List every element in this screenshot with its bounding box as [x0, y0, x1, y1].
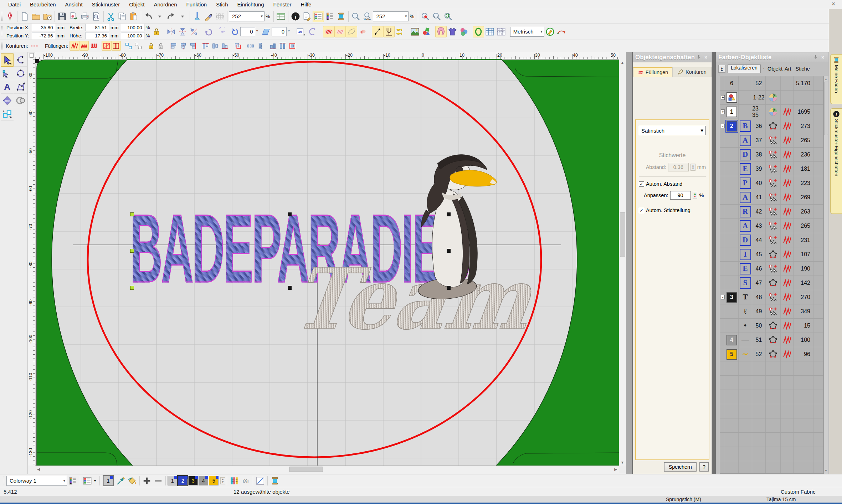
rotate-angle-field[interactable]: 0 [240, 27, 255, 36]
selection-handle[interactable] [130, 249, 134, 253]
print-button[interactable] [79, 11, 91, 22]
colorway-select[interactable]: Colorway 1▾ [6, 476, 67, 486]
auto-abstand-checkbox[interactable]: ✓ [639, 181, 644, 187]
vscrollbar-thumb[interactable] [620, 212, 625, 257]
align-top-button[interactable] [201, 41, 210, 51]
align-middle-button[interactable] [210, 41, 220, 51]
app-logo-icon[interactable] [4, 11, 16, 22]
width-field[interactable]: 81.51 [86, 24, 109, 31]
align-bottom-button[interactable] [220, 41, 230, 51]
remove-color-button[interactable] [153, 475, 164, 487]
selected-object-glyph[interactable]: D [740, 235, 751, 246]
color-blend-button[interactable] [458, 26, 469, 37]
motif-run-button[interactable] [395, 26, 406, 37]
collapse-icon[interactable]: - [721, 295, 725, 299]
toolbar-drag-handle[interactable] [1, 42, 3, 50]
apply-color-button[interactable] [127, 475, 138, 487]
object-glyph[interactable]: — [741, 335, 749, 344]
insert-picture-button[interactable] [409, 26, 421, 37]
object-row-23-35[interactable]: +123-351695 [720, 105, 823, 119]
help-button[interactable]: ? [699, 462, 709, 472]
fill-satin-button[interactable] [70, 41, 79, 51]
selected-object-glyph[interactable]: A [740, 135, 751, 146]
object-row-45[interactable]: I45107 [720, 247, 823, 262]
draw-stitches-button[interactable] [203, 11, 214, 22]
grid-show-button[interactable] [484, 26, 496, 37]
align-left-button[interactable] [169, 41, 178, 51]
color-swatch-4[interactable]: 4 [199, 476, 208, 485]
thread-spool-button[interactable] [335, 11, 347, 22]
units-select[interactable]: Metrisch▾ [510, 27, 544, 37]
zoom-100-button[interactable] [361, 11, 373, 22]
hscrollbar-thumb[interactable] [289, 467, 323, 472]
object-row-36[interactable]: -2B36273 [720, 119, 823, 133]
mirror-horizontal-button[interactable] [165, 26, 177, 37]
column-header-art[interactable]: Art [785, 66, 791, 72]
reshape-tool[interactable] [1, 67, 14, 80]
panel-splitter[interactable] [712, 52, 716, 474]
redo-button[interactable] [165, 11, 177, 22]
object-glyph[interactable]: ℓ [744, 307, 747, 316]
menu-ansicht[interactable]: Ansicht [61, 1, 87, 8]
zoom-tool-button[interactable] [350, 11, 361, 22]
close-icon[interactable]: × [819, 55, 826, 60]
color-group-box[interactable]: 1 [727, 107, 737, 117]
new-design-button[interactable] [19, 11, 30, 22]
redo-dropdown[interactable] [177, 11, 188, 22]
selected-object-glyph[interactable]: R [740, 206, 751, 217]
thread-mix-button[interactable] [229, 475, 240, 487]
pos-y-field[interactable]: -72.86 [32, 32, 55, 39]
motif-fill-button[interactable] [357, 26, 369, 37]
design-penguin-graphic[interactable] [412, 149, 502, 303]
panel-resize-strip[interactable] [626, 52, 633, 474]
column-header-objekt[interactable]: Objekt [767, 66, 782, 72]
selection-handle[interactable] [130, 212, 134, 216]
selection-handle[interactable] [447, 286, 451, 290]
abstand-field[interactable]: 0.36 [668, 163, 689, 171]
guides-show-button[interactable] [496, 26, 507, 37]
layout-tool[interactable] [1, 108, 14, 121]
selected-object-glyph[interactable]: E [740, 163, 751, 175]
menu-stich[interactable]: Stich [211, 1, 232, 8]
rotate-cw-button[interactable] [214, 26, 226, 37]
stamp-tool[interactable] [14, 94, 27, 107]
unlock-button[interactable] [156, 41, 165, 51]
object-row-44[interactable]: D44231 [720, 233, 823, 247]
menu-fenster[interactable]: Fenster [269, 1, 296, 8]
swatch-scroll-spinner[interactable]: ▲▼ [220, 477, 225, 484]
fill-run-button[interactable] [89, 41, 98, 51]
selection-handle[interactable] [447, 212, 451, 216]
color-film-button[interactable] [313, 11, 324, 22]
expand-icon[interactable]: + [721, 109, 725, 114]
monogram-tool[interactable] [1, 94, 14, 107]
selection-handle[interactable] [447, 249, 451, 253]
canvas-vscrollbar[interactable]: ▲ ▼ [619, 59, 626, 466]
garment-button[interactable] [447, 26, 458, 37]
selected-object-glyph[interactable]: P [740, 178, 751, 189]
undo-dropdown[interactable] [154, 11, 165, 22]
tab-stickmuster-eigenschaften[interactable]: Stickmuster-Eigenschaften [830, 108, 842, 214]
selection-handle[interactable] [288, 212, 292, 216]
color-group-box[interactable]: 2 [727, 121, 737, 132]
pin-stitch-button[interactable] [383, 26, 395, 37]
add-color-button[interactable] [141, 475, 153, 487]
menu-funktion[interactable]: Funktion [182, 1, 212, 8]
skew-button[interactable] [260, 26, 272, 37]
toolbar-drag-handle[interactable] [1, 26, 3, 37]
distribute-h-button[interactable] [246, 41, 255, 51]
toolbar-drag-handle[interactable] [3, 476, 5, 485]
pick-color-button[interactable] [115, 475, 127, 487]
selected-object-glyph[interactable]: A [740, 192, 751, 203]
fill-stitch-button[interactable] [111, 41, 121, 51]
applique-button[interactable] [435, 26, 447, 37]
color-swatch-1[interactable]: 1 [168, 476, 177, 485]
thread-chart-button[interactable] [67, 475, 78, 487]
grid-settings-button[interactable] [275, 11, 287, 22]
object-row-50[interactable]: •5015 [720, 319, 823, 333]
zoom-hoop-button[interactable] [442, 11, 454, 22]
reshape-nodes-button[interactable] [124, 41, 133, 51]
cycle-colors-button[interactable] [240, 475, 251, 487]
object-properties-titlebar[interactable]: Objekteigenschaften × [633, 52, 712, 62]
canvas-hscrollbar[interactable]: ◀ ▶ [35, 466, 619, 473]
abstand-spinner[interactable]: ▲▼ [690, 164, 695, 171]
